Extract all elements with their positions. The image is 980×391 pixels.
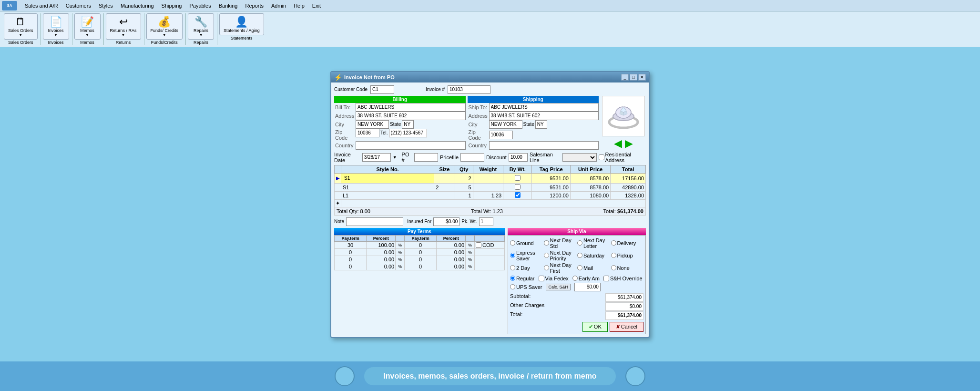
next-day-priority-radio[interactable] [544, 253, 549, 258]
calc-sah-button[interactable]: Calc. S&H [546, 284, 571, 290]
qty-cell[interactable]: 2 [455, 173, 473, 183]
unitprice-cell[interactable]: 1080.00 [570, 191, 610, 199]
pickup-radio[interactable] [611, 253, 616, 258]
menu-item-manufacturing[interactable]: Manufacturing [117, 2, 158, 10]
mail-option[interactable]: Mail [577, 262, 610, 274]
early-am-option[interactable]: Early Am [572, 276, 600, 281]
menu-item-admin[interactable]: Admin [267, 2, 290, 10]
two-day-radio[interactable] [510, 265, 515, 270]
billing-tel-input[interactable] [389, 129, 427, 137]
menu-item-customers[interactable]: Customers [62, 2, 95, 10]
none-radio[interactable] [611, 265, 616, 270]
pkwt-input[interactable] [479, 217, 493, 226]
ups-saver-radio[interactable] [510, 284, 515, 289]
pickup-option[interactable]: Pickup [611, 250, 644, 261]
none-option[interactable]: None [611, 262, 644, 274]
salesman-select[interactable] [562, 153, 597, 162]
weight-cell[interactable] [473, 173, 503, 183]
menu-item-banking[interactable]: Banking [215, 2, 242, 10]
statements-button[interactable]: 👤 Statements / Aging [219, 13, 264, 35]
discount-input[interactable] [509, 153, 528, 162]
shipping-zip-input[interactable] [489, 131, 513, 139]
tagprice-cell[interactable]: 9531.00 [532, 173, 571, 183]
next-day-first-radio[interactable] [544, 265, 549, 270]
mail-radio[interactable] [577, 265, 582, 270]
qty-cell[interactable]: 1 [455, 191, 473, 199]
table-row[interactable]: S1 2 5 9531.00 8578.00 42890.00 [335, 183, 646, 191]
next-day-letter-option[interactable]: Next Day Letter [577, 237, 610, 249]
next-day-std-option[interactable]: Next Day Std [544, 237, 577, 249]
note-input[interactable] [346, 217, 403, 226]
bywt-cell[interactable] [503, 173, 532, 183]
ups-saver-option[interactable]: UPS Saver [510, 284, 542, 290]
via-fedex-option[interactable]: Via Fedex [539, 276, 569, 281]
ground-option[interactable]: Ground [510, 237, 543, 249]
ok-button[interactable]: ✔ OK [582, 322, 608, 332]
delivery-radio[interactable] [611, 240, 616, 246]
next-day-letter-radio[interactable] [577, 240, 582, 246]
size-cell[interactable]: 2 [434, 183, 455, 191]
regular-radio[interactable] [510, 276, 515, 281]
invoice-date-input[interactable] [362, 153, 391, 162]
invoice-date-dropdown-icon[interactable]: ▼ [393, 155, 397, 160]
returns-button[interactable]: ↩ Returns / RAs ▼ [106, 13, 141, 40]
tagprice-cell[interactable]: 1200.00 [532, 191, 571, 199]
customer-code-input[interactable] [370, 85, 394, 94]
style-cell[interactable]: S1 [341, 183, 434, 191]
calc-sah-input[interactable] [574, 283, 601, 291]
pricefile-input[interactable] [460, 153, 484, 162]
menu-item-payables[interactable]: Payables [185, 2, 214, 10]
funds-button[interactable]: 💰 Funds/ Credits ▼ [146, 13, 183, 40]
regular-option[interactable]: Regular [510, 276, 535, 281]
saturday-option[interactable]: Saturday [577, 250, 610, 261]
weight-cell[interactable] [473, 183, 503, 191]
delivery-option[interactable]: Delivery [611, 237, 644, 249]
residential-checkbox[interactable] [599, 154, 604, 160]
prev-arrow-icon[interactable]: ◀ [614, 137, 622, 150]
menu-item-sales[interactable]: Sales and A/R [21, 2, 62, 10]
bill-to-input[interactable] [356, 103, 466, 112]
table-row[interactable]: L1 1 1.23 1200.00 1080.00 1328.00 [335, 191, 646, 199]
via-fedex-checkbox[interactable] [539, 276, 544, 281]
billing-state-input[interactable] [402, 120, 414, 129]
ground-radio[interactable] [510, 240, 515, 246]
table-row[interactable]: ▶ 2 9531.00 8578.00 17156.00 [335, 173, 646, 183]
po-input[interactable] [414, 153, 438, 162]
cancel-button[interactable]: ✘ Cancel [610, 322, 643, 332]
repairs-button[interactable]: 🔧 Repairs ▼ [188, 13, 214, 40]
two-day-option[interactable]: 2 Day [510, 262, 543, 274]
billing-city-input[interactable] [356, 120, 389, 129]
menu-item-reports[interactable]: Reports [241, 2, 267, 10]
billing-address-input[interactable] [356, 112, 466, 120]
unitprice-cell[interactable]: 8578.00 [570, 183, 610, 191]
close-button[interactable]: ✕ [638, 74, 646, 81]
early-am-radio[interactable] [572, 276, 578, 281]
sah-override-option[interactable]: S&H Override [603, 276, 643, 281]
shipping-country-input[interactable] [489, 141, 599, 150]
size-cell[interactable] [434, 173, 455, 183]
saturday-radio[interactable] [577, 253, 582, 258]
bywt-cell[interactable] [503, 191, 532, 199]
ship-to-input[interactable] [489, 103, 599, 112]
style-cell[interactable]: L1 [341, 191, 434, 199]
billing-zip-input[interactable] [356, 129, 379, 137]
qty-cell[interactable]: 5 [455, 183, 473, 191]
next-arrow-icon[interactable]: ▶ [625, 137, 633, 150]
invoice-num-input[interactable] [448, 85, 490, 94]
invoices-button[interactable]: 📄 Invoices ▼ [43, 13, 69, 40]
next-day-std-radio[interactable] [544, 240, 549, 246]
unitprice-cell[interactable]: 8578.00 [570, 173, 610, 183]
shipping-state-input[interactable] [535, 120, 547, 129]
express-saver-radio[interactable] [510, 253, 515, 258]
shipping-address-input[interactable] [489, 112, 599, 120]
menu-item-help[interactable]: Help [290, 2, 308, 10]
bywt-cell[interactable] [503, 183, 532, 191]
weight-cell[interactable]: 1.23 [473, 191, 503, 199]
shipping-city-input[interactable] [489, 120, 522, 129]
minimize-button[interactable]: _ [621, 74, 629, 81]
style-cell[interactable] [341, 173, 434, 183]
menu-item-exit[interactable]: Exit [308, 2, 325, 10]
maximize-button[interactable]: □ [630, 74, 637, 81]
table-row-empty[interactable]: ✦ [335, 199, 646, 207]
menu-item-styles[interactable]: Styles [95, 2, 117, 10]
